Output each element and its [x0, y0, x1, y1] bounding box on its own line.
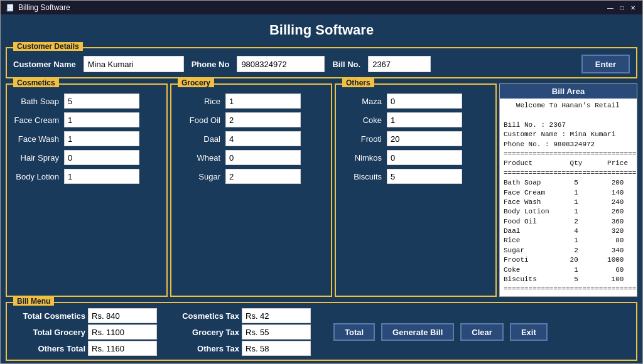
nimkos-input[interactable]: [387, 150, 462, 165]
others-tax-label: Others Tax: [167, 344, 239, 353]
face-wash-row: Face Wash: [12, 131, 161, 146]
bill-menu-label: Bill Menu: [13, 297, 54, 306]
cosmetics-panel: Cosmetics Bath Soap Face Cream Face Wash: [6, 83, 168, 297]
hair-spray-label: Hair Spray: [12, 153, 59, 163]
daal-input[interactable]: [225, 131, 301, 146]
cosmetics-label: Cosmetics: [13, 78, 59, 87]
others-tax-input[interactable]: [242, 341, 311, 356]
body-lotion-label: Body Lotion: [12, 172, 59, 181]
main-content: Billing Software Customer Details Custom…: [1, 14, 642, 363]
frooti-row: Frooti: [341, 131, 490, 146]
phone-input[interactable]: [237, 56, 325, 72]
others-total-label: Others Total: [13, 344, 85, 353]
nimkos-row: Nimkos: [341, 150, 490, 165]
face-wash-label: Face Wash: [12, 134, 59, 144]
grocery-label: Grocery: [178, 78, 214, 87]
app-icon: 🧾: [6, 4, 14, 12]
frooti-input[interactable]: [387, 131, 462, 146]
enter-button[interactable]: Enter: [581, 55, 630, 73]
grocery-tax-input[interactable]: [242, 324, 311, 340]
total-cosmetics-label: Total Cosmetics: [13, 311, 85, 321]
minimize-button[interactable]: —: [606, 3, 615, 12]
grocery-panel: Grocery Rice Food Oil Daal: [170, 83, 332, 297]
window-controls: — □ ✕: [606, 3, 637, 12]
biscuits-row: Biscuits: [341, 169, 490, 184]
bill-text: Welcome To Hanan's Retail Bill No. : 236…: [504, 101, 633, 294]
clear-button[interactable]: Clear: [460, 323, 504, 341]
close-button[interactable]: ✕: [629, 3, 637, 12]
maza-row: Maza: [341, 94, 490, 109]
middle-section: Cosmetics Bath Soap Face Cream Face Wash: [6, 83, 637, 297]
total-cosmetics-input[interactable]: [88, 308, 157, 323]
face-cream-label: Face Cream: [12, 115, 59, 125]
maximize-button[interactable]: □: [617, 3, 626, 12]
generate-bill-button[interactable]: Generate Bill: [381, 323, 454, 341]
sugar-row: Sugar: [176, 169, 326, 184]
daal-label: Daal: [176, 134, 220, 144]
hair-spray-input[interactable]: [64, 150, 139, 165]
customer-row: Customer Name Phone No Bill No. Enter: [13, 52, 630, 73]
coke-label: Coke: [341, 115, 382, 125]
bill-area-content[interactable]: Welcome To Hanan's Retail Bill No. : 236…: [500, 99, 637, 296]
others-total-input[interactable]: [88, 341, 157, 356]
customer-name-label: Customer Name: [13, 60, 76, 69]
biscuits-input[interactable]: [387, 169, 462, 184]
food-oil-row: Food Oil: [176, 112, 326, 127]
rice-row: Rice: [176, 94, 326, 109]
cosmetics-tax-input[interactable]: [242, 308, 311, 323]
app-title: Billing Software: [1, 22, 642, 38]
bill-no-label: Bill No.: [332, 60, 360, 69]
title-bar: 🧾 Billing Software — □ ✕: [1, 1, 642, 14]
bill-no-input[interactable]: [368, 56, 431, 72]
maza-label: Maza: [341, 97, 382, 106]
daal-row: Daal: [176, 131, 326, 146]
cosmetics-tax-label: Cosmetics Tax: [167, 311, 239, 321]
total-grocery-label: Total Grocery: [13, 328, 85, 337]
customer-section: Customer Details Customer Name Phone No …: [6, 47, 637, 78]
face-wash-input[interactable]: [64, 131, 139, 146]
rice-input[interactable]: [225, 94, 301, 109]
wheat-row: Wheat: [176, 150, 326, 165]
bill-area-header: Bill Area: [500, 84, 637, 99]
maza-input[interactable]: [387, 94, 462, 109]
sugar-label: Sugar: [176, 172, 220, 181]
exit-button[interactable]: Exit: [510, 323, 548, 341]
body-lotion-row: Body Lotion: [12, 169, 161, 184]
face-cream-row: Face Cream: [12, 112, 161, 127]
body-lotion-input[interactable]: [64, 169, 139, 184]
sugar-input[interactable]: [225, 169, 301, 184]
food-oil-label: Food Oil: [176, 115, 220, 125]
frooti-label: Frooti: [341, 134, 382, 144]
food-oil-input[interactable]: [225, 112, 301, 127]
rice-label: Rice: [176, 97, 220, 106]
bill-menu-section: Bill Menu Total Cosmetics Total Grocery …: [6, 302, 637, 361]
bath-soap-label: Bath Soap: [12, 97, 59, 106]
wheat-label: Wheat: [176, 153, 220, 163]
bath-soap-row: Bath Soap: [12, 94, 161, 109]
app-window: 🧾 Billing Software — □ ✕ Billing Softwar…: [0, 0, 643, 364]
window-title: Billing Software: [18, 3, 606, 12]
grocery-tax-label: Grocery Tax: [167, 328, 239, 337]
biscuits-label: Biscuits: [341, 172, 382, 181]
coke-input[interactable]: [387, 112, 462, 127]
bath-soap-input[interactable]: [64, 94, 139, 109]
face-cream-input[interactable]: [64, 112, 139, 127]
hair-spray-row: Hair Spray: [12, 150, 161, 165]
coke-row: Coke: [341, 112, 490, 127]
customer-section-label: Customer Details: [13, 42, 83, 51]
customer-name-input[interactable]: [84, 56, 184, 72]
bill-area-panel: Bill Area Welcome To Hanan's Retail Bill…: [499, 83, 637, 297]
app-header: Billing Software: [1, 14, 642, 45]
total-grocery-input[interactable]: [88, 324, 157, 340]
total-button[interactable]: Total: [333, 323, 375, 341]
others-panel: Others Maza Coke Frooti Nim: [335, 83, 497, 297]
wheat-input[interactable]: [225, 150, 301, 165]
phone-label: Phone No: [192, 60, 230, 69]
nimkos-label: Nimkos: [341, 153, 382, 163]
others-label: Others: [342, 78, 374, 87]
